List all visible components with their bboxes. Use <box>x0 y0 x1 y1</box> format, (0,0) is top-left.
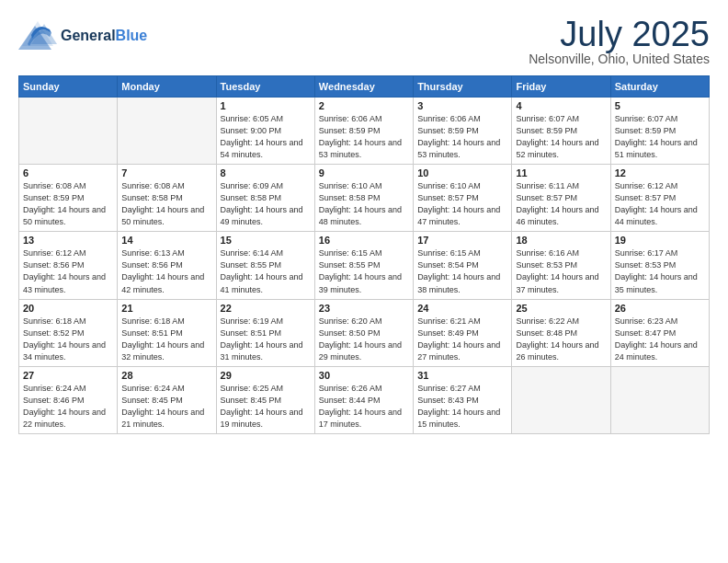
day-number: 7 <box>121 167 211 178</box>
sunrise-text: Sunrise: 6:07 AM <box>516 114 579 123</box>
calendar-day-cell <box>512 366 610 433</box>
sunrise-text: Sunrise: 6:08 AM <box>121 181 185 190</box>
sunset-text: Sunset: 8:53 PM <box>615 260 677 270</box>
daylight-text: Daylight: 14 hours and 47 minutes. <box>417 205 500 226</box>
day-info: Sunrise: 6:27 AMSunset: 8:43 PMDaylight:… <box>417 383 507 431</box>
daylight-text: Daylight: 14 hours and 21 minutes. <box>121 408 204 429</box>
sunrise-text: Sunrise: 6:12 AM <box>23 248 86 258</box>
daylight-text: Daylight: 14 hours and 53 minutes. <box>417 138 500 159</box>
day-info: Sunrise: 6:06 AMSunset: 8:59 PMDaylight:… <box>417 113 507 161</box>
calendar-day-cell: 31Sunrise: 6:27 AMSunset: 8:43 PMDayligh… <box>414 366 512 433</box>
calendar-day-cell: 20Sunrise: 6:18 AMSunset: 8:52 PMDayligh… <box>19 299 118 366</box>
day-info: Sunrise: 6:09 AMSunset: 8:58 PMDaylight:… <box>221 180 311 228</box>
daylight-text: Daylight: 14 hours and 49 minutes. <box>221 205 303 226</box>
calendar-day-cell: 19Sunrise: 6:17 AMSunset: 8:53 PMDayligh… <box>610 232 709 299</box>
sunset-text: Sunset: 8:56 PM <box>23 260 85 270</box>
daylight-text: Daylight: 14 hours and 54 minutes. <box>221 138 303 159</box>
day-info: Sunrise: 6:24 AMSunset: 8:46 PMDaylight:… <box>23 383 113 431</box>
sunset-text: Sunset: 8:57 PM <box>417 193 479 202</box>
day-number: 15 <box>221 235 311 246</box>
day-number: 11 <box>516 167 606 178</box>
sunrise-text: Sunrise: 6:18 AM <box>23 316 86 326</box>
sunrise-text: Sunrise: 6:06 AM <box>417 114 481 123</box>
sunrise-text: Sunrise: 6:26 AM <box>319 384 382 393</box>
calendar-day-cell: 7Sunrise: 6:08 AMSunset: 8:58 PMDaylight… <box>118 165 216 232</box>
daylight-text: Daylight: 14 hours and 35 minutes. <box>615 272 698 293</box>
day-of-week-header: Sunday <box>19 76 118 98</box>
calendar-day-cell: 5Sunrise: 6:07 AMSunset: 8:59 PMDaylight… <box>610 98 709 165</box>
calendar-day-cell: 12Sunrise: 6:12 AMSunset: 8:57 PMDayligh… <box>610 165 709 232</box>
day-number: 24 <box>417 303 507 314</box>
daylight-text: Daylight: 14 hours and 52 minutes. <box>516 138 598 159</box>
sunrise-text: Sunrise: 6:19 AM <box>221 316 284 326</box>
day-info: Sunrise: 6:10 AMSunset: 8:58 PMDaylight:… <box>319 180 409 228</box>
sunrise-text: Sunrise: 6:07 AM <box>615 114 678 123</box>
calendar-day-cell: 13Sunrise: 6:12 AMSunset: 8:56 PMDayligh… <box>19 232 118 299</box>
calendar-day-cell <box>19 98 118 165</box>
calendar-day-cell: 6Sunrise: 6:08 AMSunset: 8:59 PMDaylight… <box>19 165 118 232</box>
day-info: Sunrise: 6:22 AMSunset: 8:48 PMDaylight:… <box>516 316 606 363</box>
day-of-week-header: Saturday <box>610 76 709 98</box>
day-of-week-header: Tuesday <box>216 76 314 98</box>
day-number: 20 <box>23 303 113 314</box>
sunset-text: Sunset: 8:46 PM <box>23 396 85 405</box>
day-number: 29 <box>221 370 311 381</box>
day-number: 5 <box>615 100 705 111</box>
day-number: 2 <box>319 100 409 111</box>
sunrise-text: Sunrise: 6:25 AM <box>221 384 284 393</box>
calendar-day-cell: 23Sunrise: 6:20 AMSunset: 8:50 PMDayligh… <box>314 299 413 366</box>
sunrise-text: Sunrise: 6:15 AM <box>319 248 382 258</box>
day-info: Sunrise: 6:21 AMSunset: 8:49 PMDaylight:… <box>417 316 507 363</box>
calendar-day-cell <box>118 98 216 165</box>
day-info: Sunrise: 6:15 AMSunset: 8:55 PMDaylight:… <box>319 247 409 295</box>
day-info: Sunrise: 6:08 AMSunset: 8:59 PMDaylight:… <box>23 180 113 228</box>
daylight-text: Daylight: 14 hours and 41 minutes. <box>221 272 303 293</box>
sunset-text: Sunset: 8:59 PM <box>319 126 381 135</box>
day-number: 26 <box>615 303 705 314</box>
sunset-text: Sunset: 8:59 PM <box>417 126 479 135</box>
sunrise-text: Sunrise: 6:05 AM <box>221 114 284 123</box>
calendar-day-cell: 27Sunrise: 6:24 AMSunset: 8:46 PMDayligh… <box>19 366 118 433</box>
daylight-text: Daylight: 14 hours and 19 minutes. <box>221 408 303 429</box>
sunset-text: Sunset: 8:58 PM <box>319 193 381 202</box>
daylight-text: Daylight: 14 hours and 29 minutes. <box>319 340 402 362</box>
calendar-table: SundayMondayTuesdayWednesdayThursdayFrid… <box>18 75 710 434</box>
day-number: 25 <box>516 303 606 314</box>
sunset-text: Sunset: 8:44 PM <box>319 396 381 405</box>
calendar-day-cell: 11Sunrise: 6:11 AMSunset: 8:57 PMDayligh… <box>512 165 610 232</box>
title-area: July 2025 Nelsonville, Ohio, United Stat… <box>529 17 710 66</box>
day-number: 3 <box>417 100 507 111</box>
day-info: Sunrise: 6:15 AMSunset: 8:54 PMDaylight:… <box>417 247 507 295</box>
day-info: Sunrise: 6:07 AMSunset: 8:59 PMDaylight:… <box>516 113 606 161</box>
daylight-text: Daylight: 14 hours and 48 minutes. <box>319 205 402 226</box>
day-number: 21 <box>121 303 211 314</box>
sunrise-text: Sunrise: 6:06 AM <box>319 114 382 123</box>
sunset-text: Sunset: 8:59 PM <box>516 126 577 135</box>
location: Nelsonville, Ohio, United States <box>529 52 710 66</box>
daylight-text: Daylight: 14 hours and 43 minutes. <box>23 272 106 293</box>
day-info: Sunrise: 6:25 AMSunset: 8:45 PMDaylight:… <box>221 383 311 431</box>
sunset-text: Sunset: 8:59 PM <box>615 126 677 135</box>
calendar-day-cell: 2Sunrise: 6:06 AMSunset: 8:59 PMDaylight… <box>314 98 413 165</box>
day-number: 31 <box>417 370 507 381</box>
sunrise-text: Sunrise: 6:10 AM <box>417 181 481 190</box>
calendar-day-cell: 29Sunrise: 6:25 AMSunset: 8:45 PMDayligh… <box>216 366 314 433</box>
sunrise-text: Sunrise: 6:08 AM <box>23 181 86 190</box>
day-number: 13 <box>23 235 113 246</box>
sunrise-text: Sunrise: 6:24 AM <box>121 384 185 393</box>
daylight-text: Daylight: 14 hours and 51 minutes. <box>615 138 698 159</box>
day-info: Sunrise: 6:12 AMSunset: 8:57 PMDaylight:… <box>615 180 705 228</box>
daylight-text: Daylight: 14 hours and 31 minutes. <box>221 340 303 362</box>
sunrise-text: Sunrise: 6:09 AM <box>221 181 284 190</box>
day-info: Sunrise: 6:19 AMSunset: 8:51 PMDaylight:… <box>221 316 311 363</box>
day-info: Sunrise: 6:05 AMSunset: 9:00 PMDaylight:… <box>221 113 311 161</box>
calendar-day-cell: 14Sunrise: 6:13 AMSunset: 8:56 PMDayligh… <box>118 232 216 299</box>
day-number: 10 <box>417 167 507 178</box>
daylight-text: Daylight: 14 hours and 26 minutes. <box>516 340 598 362</box>
sunset-text: Sunset: 8:52 PM <box>23 328 85 338</box>
daylight-text: Daylight: 14 hours and 27 minutes. <box>417 340 500 362</box>
calendar-week-row: 20Sunrise: 6:18 AMSunset: 8:52 PMDayligh… <box>19 299 710 366</box>
sunset-text: Sunset: 8:54 PM <box>417 260 479 270</box>
sunrise-text: Sunrise: 6:14 AM <box>221 248 284 258</box>
calendar-day-cell <box>610 366 709 433</box>
